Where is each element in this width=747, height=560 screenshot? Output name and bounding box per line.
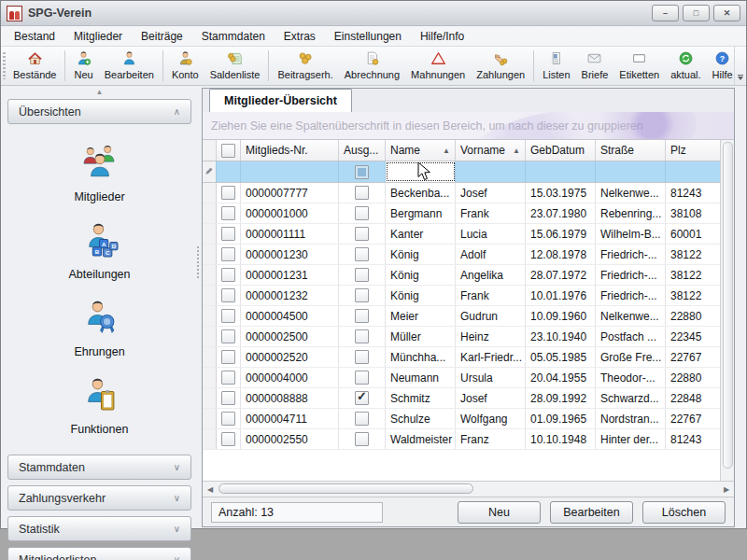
- ausgetreten-checkbox[interactable]: [355, 350, 369, 364]
- scroll-right-arrow-icon[interactable]: ▶: [719, 482, 734, 497]
- horizontal-scrollbar[interactable]: ◀ ▶: [203, 481, 734, 497]
- toolbar-button-konto[interactable]: Konto: [166, 47, 204, 85]
- sidebar-item-funktionen[interactable]: Funktionen: [71, 374, 129, 436]
- menu-item-stammdaten[interactable]: Stammdaten: [192, 28, 275, 45]
- ausgetreten-checkbox[interactable]: [355, 186, 369, 200]
- menu-item-mitglieder[interactable]: Mitglieder: [64, 28, 132, 45]
- table-row[interactable]: 0000001111KanterLucia15.06.1979Wilhelm-B…: [203, 224, 734, 245]
- filter-cell-plz[interactable]: [666, 161, 724, 182]
- filter-cell-vorname[interactable]: [456, 161, 526, 182]
- ausgetreten-checkbox[interactable]: [355, 268, 369, 282]
- column-header-plz[interactable]: Plz: [666, 140, 724, 161]
- table-row[interactable]: 0000002520Münchha...Karl-Friedr...05.05.…: [203, 347, 734, 368]
- table-row[interactable]: 0000008888SchmitzJosef28.09.1992Schwarzd…: [203, 388, 734, 409]
- l-schen-button[interactable]: Löschen: [642, 501, 726, 524]
- table-row[interactable]: 0000002550WaldmeisterFranz10.10.1948Hint…: [203, 429, 734, 450]
- table-row[interactable]: 0000001231KönigAngelika28.07.1972Friedri…: [203, 265, 734, 286]
- ausgetreten-checkbox[interactable]: [355, 247, 369, 261]
- row-select-checkbox[interactable]: [221, 206, 235, 220]
- table-row[interactable]: 0000004000NeumannUrsula20.04.1955Theodor…: [203, 368, 734, 388]
- row-select-checkbox[interactable]: [221, 288, 235, 302]
- tab-mitglieder-uebersicht[interactable]: Mitglieder-Übersicht: [209, 89, 352, 112]
- sidebar-group-statistik[interactable]: Statistik∨: [7, 516, 191, 541]
- table-row[interactable]: 0000004711SchulzeWolfgang01.09.1965Nords…: [203, 409, 734, 429]
- row-select-checkbox[interactable]: [221, 412, 235, 426]
- toolbar-button-zahlungen[interactable]: Zahlungen: [471, 47, 530, 85]
- menu-item-einstellungen[interactable]: Einstellungen: [325, 28, 411, 45]
- menu-item-hilfe-info[interactable]: Hilfe/Info: [411, 28, 473, 45]
- row-select-checkbox[interactable]: [221, 186, 235, 200]
- cell-name: Münchha...: [386, 347, 456, 367]
- ausgetreten-checkbox[interactable]: [355, 309, 369, 323]
- column-header-vorname[interactable]: Vorname▲: [456, 140, 526, 161]
- select-all-checkbox[interactable]: [221, 144, 235, 158]
- ausgetreten-checkbox[interactable]: [355, 391, 369, 405]
- column-header-geb[interactable]: GebDatum: [526, 140, 596, 161]
- table-row[interactable]: 0000007777Beckenba...Josef15.03.1975Nelk…: [203, 183, 734, 203]
- row-select-checkbox[interactable]: [221, 227, 235, 241]
- toolbar-button-neu[interactable]: Neu: [68, 47, 98, 85]
- menu-item-extras[interactable]: Extras: [275, 28, 325, 45]
- toolbar-grip-handle[interactable]: [3, 52, 6, 79]
- row-select-checkbox[interactable]: [221, 329, 235, 343]
- row-select-checkbox[interactable]: [221, 350, 235, 364]
- row-select-checkbox[interactable]: [221, 371, 235, 385]
- column-header-nr[interactable]: Mitglieds-Nr.: [241, 140, 339, 161]
- table-row[interactable]: 0000001232KönigFrank10.01.1976Friedrich-…: [203, 286, 734, 306]
- vertical-scrollbar[interactable]: [720, 140, 734, 481]
- toolbar-button-briefe[interactable]: Briefe: [576, 47, 614, 85]
- sidebar-group-mitgliederlisten[interactable]: Mitgliederlisten∨: [7, 547, 191, 560]
- neu-button[interactable]: Neu: [458, 501, 541, 524]
- column-header-ausg[interactable]: Ausg...: [339, 140, 386, 161]
- column-header-name[interactable]: Name▲: [386, 140, 456, 161]
- menu-item-beitr-ge[interactable]: Beiträge: [132, 28, 192, 45]
- close-button[interactable]: ✕: [713, 5, 740, 21]
- filter-cell-strasse[interactable]: [596, 161, 666, 182]
- toolbar-button-aktual-[interactable]: aktual.: [665, 47, 706, 85]
- sidebar-splitter[interactable]: [194, 88, 202, 527]
- menu-item-bestand[interactable]: Bestand: [5, 28, 64, 45]
- table-row[interactable]: 0000001230KönigAdolf12.08.1978Friedrich-…: [203, 245, 734, 265]
- sidebar-group--bersichten[interactable]: Übersichten∧: [7, 99, 191, 124]
- filter-cell-nr[interactable]: [241, 161, 339, 182]
- ausgetreten-checkbox[interactable]: [355, 227, 369, 241]
- row-select-checkbox[interactable]: [221, 391, 235, 405]
- sidebar-group-zahlungsverkehr[interactable]: Zahlungsverkehr∨: [7, 485, 191, 511]
- sidebar-item-ehrungen[interactable]: Ehrungen: [74, 297, 124, 358]
- ausgetreten-checkbox[interactable]: [355, 288, 369, 302]
- ausgetreten-checkbox[interactable]: [355, 412, 369, 426]
- toolbar-button-abrechnung[interactable]: Abrechnung: [339, 47, 405, 85]
- toolbar-button-listen[interactable]: Listen: [537, 47, 575, 85]
- toolbar-button-mahnungen[interactable]: Mahnungen: [405, 47, 471, 85]
- ausgetreten-checkbox[interactable]: [355, 371, 369, 385]
- toolbar-button-best-nde[interactable]: Bestände: [7, 47, 62, 85]
- toolbar-button-saldenliste[interactable]: Saldenliste: [204, 47, 266, 85]
- filter-cell-geb[interactable]: [526, 161, 596, 182]
- table-row[interactable]: 0000002500MüllerHeinz23.10.1940Postfach …: [203, 327, 734, 347]
- table-row[interactable]: 0000001000BergmannFrank23.07.1980Rebenri…: [203, 203, 734, 224]
- column-header-strasse[interactable]: Straße: [596, 140, 666, 161]
- row-select-checkbox[interactable]: [221, 247, 235, 261]
- row-select-checkbox[interactable]: [221, 309, 235, 323]
- toolbar-button-etiketten[interactable]: Etiketten: [613, 47, 665, 85]
- row-select-checkbox[interactable]: [221, 432, 235, 446]
- sidebar-group-stammdaten[interactable]: Stammdaten∨: [7, 455, 191, 480]
- filter-cell-ausg[interactable]: [339, 161, 386, 182]
- ausgetreten-checkbox[interactable]: [355, 206, 369, 220]
- sidebar-scroll-up-icon[interactable]: ▲: [96, 88, 104, 96]
- ausgetreten-checkbox[interactable]: [355, 329, 369, 343]
- row-select-checkbox[interactable]: [221, 268, 235, 282]
- table-row[interactable]: 0000004500MeierGudrun10.09.1960Nelkenwe.…: [203, 306, 734, 327]
- horizontal-scroll-thumb[interactable]: [218, 483, 473, 494]
- ausgetreten-checkbox[interactable]: [355, 432, 369, 446]
- toolbar-overflow-button[interactable]: [734, 47, 746, 85]
- toolbar-button-beitragserh-[interactable]: Beitragserh.: [272, 47, 338, 85]
- toolbar-button-bearbeiten[interactable]: Bearbeiten: [99, 47, 160, 85]
- sidebar-item-mitglieder[interactable]: Mitglieder: [74, 142, 124, 203]
- filter-checkbox[interactable]: [355, 165, 369, 179]
- scroll-left-arrow-icon[interactable]: ◀: [203, 482, 218, 497]
- bearbeiten-button[interactable]: Bearbeiten: [550, 501, 633, 524]
- sidebar-item-abteilungen[interactable]: ABCDAbteilungen: [68, 219, 130, 281]
- maximize-button[interactable]: □: [683, 5, 710, 21]
- minimize-button[interactable]: –: [652, 5, 679, 21]
